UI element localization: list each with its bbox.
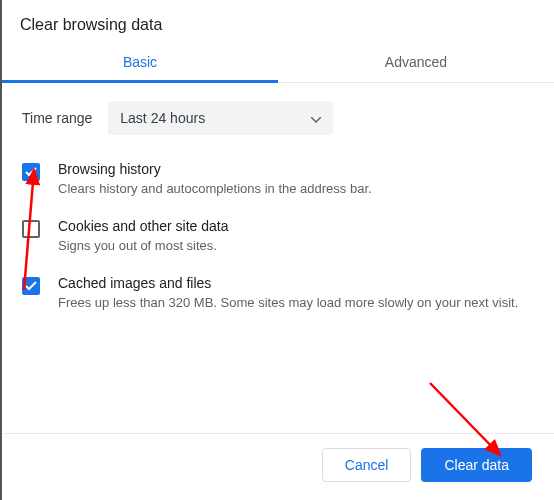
options-list: Browsing history Clears history and auto… xyxy=(2,151,554,323)
cancel-button[interactable]: Cancel xyxy=(322,448,412,482)
option-description: Clears history and autocompletions in th… xyxy=(58,180,534,198)
time-range-label: Time range xyxy=(22,110,92,126)
option-title: Cookies and other site data xyxy=(58,218,534,234)
option-cache: Cached images and files Frees up less th… xyxy=(22,265,534,322)
checkbox-browsing-history[interactable] xyxy=(22,163,40,181)
button-label: Clear data xyxy=(444,457,509,473)
tab-label: Basic xyxy=(123,54,157,70)
option-title: Browsing history xyxy=(58,161,534,177)
option-cookies: Cookies and other site data Signs you ou… xyxy=(22,208,534,265)
time-range-value: Last 24 hours xyxy=(120,110,205,126)
option-browsing-history: Browsing history Clears history and auto… xyxy=(22,151,534,208)
checkbox-cache[interactable] xyxy=(22,277,40,295)
option-text: Cookies and other site data Signs you ou… xyxy=(58,218,534,255)
tab-label: Advanced xyxy=(385,54,447,70)
tab-basic[interactable]: Basic xyxy=(2,42,278,82)
option-text: Cached images and files Frees up less th… xyxy=(58,275,534,312)
option-description: Frees up less than 320 MB. Some sites ma… xyxy=(58,294,534,312)
checkbox-cookies[interactable] xyxy=(22,220,40,238)
dialog-footer: Cancel Clear data xyxy=(4,433,554,500)
chevron-down-icon xyxy=(311,110,321,126)
time-range-row: Time range Last 24 hours xyxy=(2,83,554,151)
option-text: Browsing history Clears history and auto… xyxy=(58,161,534,198)
button-label: Cancel xyxy=(345,457,389,473)
time-range-select[interactable]: Last 24 hours xyxy=(108,101,333,135)
tab-advanced[interactable]: Advanced xyxy=(278,42,554,82)
dialog-title: Clear browsing data xyxy=(2,0,554,42)
option-description: Signs you out of most sites. xyxy=(58,237,534,255)
tab-bar: Basic Advanced xyxy=(2,42,554,83)
option-title: Cached images and files xyxy=(58,275,534,291)
clear-data-button[interactable]: Clear data xyxy=(421,448,532,482)
clear-browsing-data-dialog: Clear browsing data Basic Advanced Time … xyxy=(0,0,554,500)
